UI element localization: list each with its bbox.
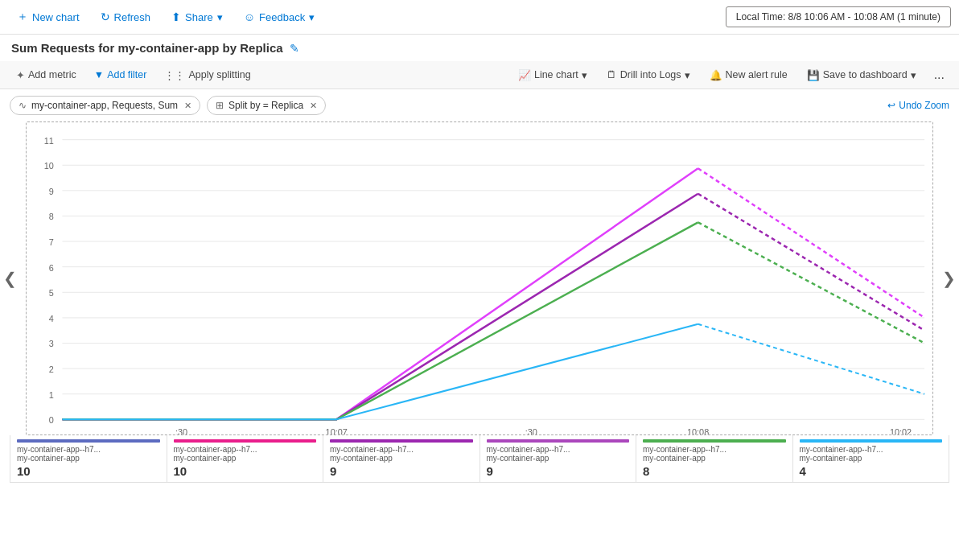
legend-color-bar <box>487 439 630 443</box>
svg-text::30: :30 <box>175 427 187 434</box>
svg-text:4: 4 <box>49 314 54 323</box>
svg-text::30: :30 <box>525 427 537 434</box>
add-metric-icon: ✦ <box>16 69 25 81</box>
split-filter-tag[interactable]: ⊞ Split by = Replica ✕ <box>207 96 326 115</box>
legend-series-value: 9 <box>487 464 630 478</box>
legend-series-value: 8 <box>643 464 786 478</box>
legend-series-sub: my-container-app <box>643 454 786 463</box>
legend-series-sub: my-container-app <box>330 454 473 463</box>
save-to-dashboard-button[interactable]: 💾 Save to dashboard ▾ <box>799 66 924 84</box>
svg-text:10:08: 10:08 <box>687 427 709 434</box>
legend-series-sub: my-container-app <box>800 454 943 463</box>
svg-text:9: 9 <box>49 187 54 196</box>
feedback-button[interactable]: ☺ Feedback ▾ <box>235 6 323 28</box>
legend-series-name: my-container-app--h7... <box>800 445 943 454</box>
undo-zoom-icon: ↩ <box>887 100 895 111</box>
svg-text:10: 10 <box>44 161 54 171</box>
edit-title-icon[interactable]: ✎ <box>290 42 299 55</box>
new-chart-button[interactable]: ＋ New chart <box>8 5 88 29</box>
legend-series-value: 4 <box>800 464 943 478</box>
legend-series-sub: my-container-app <box>17 454 160 463</box>
refresh-button[interactable]: ↻ Refresh <box>92 6 160 28</box>
legend-color-bar <box>330 439 473 443</box>
metric-filter-tag[interactable]: ∿ my-container-app, Requests, Sum ✕ <box>10 96 200 115</box>
chart-nav-left[interactable]: ❮ <box>0 266 20 291</box>
svg-text:10:07: 10:07 <box>326 427 348 434</box>
legend-series-name: my-container-app--h7... <box>174 445 317 454</box>
feedback-icon: ☺ <box>244 10 255 23</box>
legend-color-bar <box>643 439 786 443</box>
refresh-icon: ↻ <box>101 10 110 23</box>
legend-color-bar <box>800 439 943 443</box>
svg-text:7: 7 <box>49 237 54 247</box>
split-filter-remove[interactable]: ✕ <box>310 101 317 111</box>
line-chart-dropdown-icon: ▾ <box>582 69 587 81</box>
svg-text:2: 2 <box>49 364 54 374</box>
drill-icon: 🗒 <box>607 69 617 80</box>
chart-area-wrapper: ❮ 0 1 2 3 4 5 6 7 8 9 10 11 <box>16 121 943 435</box>
legend-series-name: my-container-app--h7... <box>487 445 630 454</box>
drill-into-logs-button[interactable]: 🗒 Drill into Logs ▾ <box>599 66 698 84</box>
legend-item: my-container-app--h7... my-container-app… <box>167 435 324 482</box>
svg-text:0: 0 <box>49 415 54 425</box>
time-range-button[interactable]: Local Time: 8/8 10:06 AM - 10:08 AM (1 m… <box>726 6 951 27</box>
metric-filter-remove[interactable]: ✕ <box>184 101 191 111</box>
chart-title: Sum Requests for my-container-app by Rep… <box>11 41 283 55</box>
legend-item: my-container-app--h7... my-container-app… <box>793 435 949 482</box>
top-toolbar: ＋ New chart ↻ Refresh ⬆ Share ▾ ☺ Feedba… <box>0 0 959 35</box>
chart-svg: 0 1 2 3 4 5 6 7 8 9 10 11 :3 <box>27 122 932 434</box>
legend-series-sub: my-container-app <box>487 454 630 463</box>
undo-zoom-button[interactable]: ↩ Undo Zoom <box>887 100 949 111</box>
legend-series-value: 10 <box>17 464 160 478</box>
filter-row: ∿ my-container-app, Requests, Sum ✕ ⊞ Sp… <box>0 89 959 121</box>
legend-series-sub: my-container-app <box>174 454 317 463</box>
legend-color-bar <box>174 439 317 443</box>
legend-series-name: my-container-app--h7... <box>17 445 160 454</box>
chart-container: 0 1 2 3 4 5 6 7 8 9 10 11 :3 <box>26 121 933 435</box>
alert-icon: 🔔 <box>710 69 722 81</box>
line-chart-icon: 📈 <box>518 69 531 81</box>
share-dropdown-icon: ▾ <box>217 11 223 23</box>
drill-dropdown-icon: ▾ <box>685 69 690 81</box>
apply-splitting-button[interactable]: ⋮⋮ Apply splitting <box>156 66 258 84</box>
title-row: Sum Requests for my-container-app by Rep… <box>0 35 959 61</box>
share-button[interactable]: ⬆ Share ▾ <box>163 6 232 28</box>
add-metric-button[interactable]: ✦ Add metric <box>8 66 84 84</box>
svg-text:10:02: 10:02 <box>890 427 912 434</box>
legend-series-name: my-container-app--h7... <box>643 445 786 454</box>
metric-tag-icon: ∿ <box>19 100 27 111</box>
more-options-button[interactable]: ... <box>928 64 951 85</box>
legend-series-value: 9 <box>330 464 473 478</box>
svg-text:11: 11 <box>44 136 54 146</box>
legend-item: my-container-app--h7... my-container-app… <box>636 435 793 482</box>
split-tag-icon: ⊞ <box>216 100 224 111</box>
line-chart-button[interactable]: 📈 Line chart ▾ <box>510 66 595 84</box>
split-icon: ⋮⋮ <box>164 69 185 81</box>
legend-item: my-container-app--h7... my-container-app… <box>323 435 480 482</box>
share-icon: ⬆ <box>171 10 181 23</box>
save-icon: 💾 <box>807 69 820 81</box>
plus-icon: ＋ <box>17 10 28 24</box>
svg-text:3: 3 <box>49 339 54 348</box>
chart-nav-right[interactable]: ❯ <box>939 266 959 291</box>
svg-text:8: 8 <box>49 212 54 221</box>
svg-text:1: 1 <box>49 390 54 400</box>
save-dropdown-icon: ▾ <box>911 69 916 81</box>
svg-text:6: 6 <box>49 263 54 273</box>
legend-series-value: 10 <box>174 464 317 478</box>
new-alert-rule-button[interactable]: 🔔 New alert rule <box>702 66 796 84</box>
svg-text:5: 5 <box>49 288 54 298</box>
filter-icon: ▼ <box>94 69 104 80</box>
feedback-dropdown-icon: ▾ <box>309 11 315 23</box>
legend-color-bar <box>17 439 160 443</box>
metric-right-buttons: 📈 Line chart ▾ 🗒 Drill into Logs ▾ 🔔 New… <box>510 64 951 85</box>
add-filter-button[interactable]: ▼ Add filter <box>86 66 155 84</box>
legend-row: my-container-app--h7... my-container-app… <box>10 435 949 483</box>
legend-item: my-container-app--h7... my-container-app… <box>480 435 637 482</box>
legend-item: my-container-app--h7... my-container-app… <box>10 435 167 482</box>
metric-toolbar: ✦ Add metric ▼ Add filter ⋮⋮ Apply split… <box>0 61 959 89</box>
legend-series-name: my-container-app--h7... <box>330 445 473 454</box>
